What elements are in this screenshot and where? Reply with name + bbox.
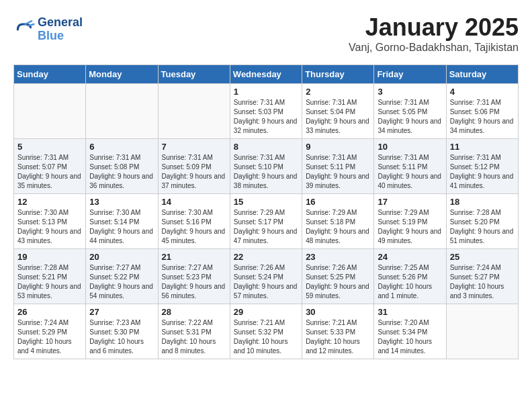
day-info: Sunrise: 7:31 AM Sunset: 5:11 PM Dayligh… xyxy=(378,153,442,191)
day-info: Sunrise: 7:21 AM Sunset: 5:33 PM Dayligh… xyxy=(306,318,370,356)
calendar-cell: 28Sunrise: 7:22 AM Sunset: 5:31 PM Dayli… xyxy=(158,304,230,359)
day-info: Sunrise: 7:22 AM Sunset: 5:31 PM Dayligh… xyxy=(162,318,226,356)
calendar-cell: 30Sunrise: 7:21 AM Sunset: 5:33 PM Dayli… xyxy=(302,304,374,359)
svg-rect-0 xyxy=(13,19,35,40)
logo-icon xyxy=(13,19,35,40)
day-number: 13 xyxy=(89,197,154,207)
day-number: 15 xyxy=(234,197,298,207)
calendar-cell: 21Sunrise: 7:27 AM Sunset: 5:23 PM Dayli… xyxy=(158,249,230,304)
day-number: 7 xyxy=(162,142,226,152)
day-info: Sunrise: 7:31 AM Sunset: 5:11 PM Dayligh… xyxy=(306,153,370,191)
day-info: Sunrise: 7:31 AM Sunset: 5:04 PM Dayligh… xyxy=(306,98,370,136)
day-info: Sunrise: 7:23 AM Sunset: 5:30 PM Dayligh… xyxy=(89,318,154,356)
day-number: 11 xyxy=(450,142,515,152)
day-info: Sunrise: 7:24 AM Sunset: 5:27 PM Dayligh… xyxy=(450,263,515,301)
calendar-subtitle: Vanj, Gorno-Badakhshan, Tajikistan xyxy=(13,42,519,54)
day-info: Sunrise: 7:31 AM Sunset: 5:12 PM Dayligh… xyxy=(450,153,515,191)
calendar-cell: 14Sunrise: 7:30 AM Sunset: 5:16 PM Dayli… xyxy=(158,194,230,249)
page-header: General Blue January 2025 Vanj, Gorno-Ba… xyxy=(13,13,519,59)
calendar-cell: 26Sunrise: 7:24 AM Sunset: 5:29 PM Dayli… xyxy=(14,304,86,359)
day-number: 9 xyxy=(306,142,370,152)
week-row-2: 5Sunrise: 7:31 AM Sunset: 5:07 PM Daylig… xyxy=(14,139,519,194)
calendar-cell: 13Sunrise: 7:30 AM Sunset: 5:14 PM Dayli… xyxy=(86,194,158,249)
calendar-cell: 22Sunrise: 7:26 AM Sunset: 5:24 PM Dayli… xyxy=(230,249,302,304)
weekday-header-row: SundayMondayTuesdayWednesdayThursdayFrid… xyxy=(14,65,519,84)
calendar-cell: 11Sunrise: 7:31 AM Sunset: 5:12 PM Dayli… xyxy=(446,139,518,194)
calendar-cell: 9Sunrise: 7:31 AM Sunset: 5:11 PM Daylig… xyxy=(302,139,374,194)
day-info: Sunrise: 7:26 AM Sunset: 5:24 PM Dayligh… xyxy=(234,263,298,301)
day-info: Sunrise: 7:31 AM Sunset: 5:10 PM Dayligh… xyxy=(234,153,298,191)
day-info: Sunrise: 7:31 AM Sunset: 5:03 PM Dayligh… xyxy=(234,98,298,136)
calendar-cell: 25Sunrise: 7:24 AM Sunset: 5:27 PM Dayli… xyxy=(446,249,518,304)
weekday-header-thursday: Thursday xyxy=(302,65,374,84)
day-number: 14 xyxy=(162,197,226,207)
calendar-table: SundayMondayTuesdayWednesdayThursdayFrid… xyxy=(13,64,519,359)
week-row-1: 1Sunrise: 7:31 AM Sunset: 5:03 PM Daylig… xyxy=(14,84,519,139)
day-info: Sunrise: 7:21 AM Sunset: 5:32 PM Dayligh… xyxy=(234,318,298,356)
day-info: Sunrise: 7:26 AM Sunset: 5:25 PM Dayligh… xyxy=(306,263,370,301)
day-number: 18 xyxy=(450,197,515,207)
day-info: Sunrise: 7:28 AM Sunset: 5:21 PM Dayligh… xyxy=(17,263,82,301)
day-info: Sunrise: 7:31 AM Sunset: 5:07 PM Dayligh… xyxy=(17,153,82,191)
calendar-title: January 2025 xyxy=(13,13,519,42)
day-number: 21 xyxy=(162,252,226,262)
day-number: 20 xyxy=(89,252,154,262)
calendar-cell: 23Sunrise: 7:26 AM Sunset: 5:25 PM Dayli… xyxy=(302,249,374,304)
calendar-cell: 12Sunrise: 7:30 AM Sunset: 5:13 PM Dayli… xyxy=(14,194,86,249)
weekday-header-saturday: Saturday xyxy=(446,65,518,84)
day-info: Sunrise: 7:31 AM Sunset: 5:05 PM Dayligh… xyxy=(378,98,442,136)
calendar-cell: 8Sunrise: 7:31 AM Sunset: 5:10 PM Daylig… xyxy=(230,139,302,194)
calendar-cell: 6Sunrise: 7:31 AM Sunset: 5:08 PM Daylig… xyxy=(86,139,158,194)
day-number: 29 xyxy=(234,307,298,317)
calendar-cell: 18Sunrise: 7:28 AM Sunset: 5:20 PM Dayli… xyxy=(446,194,518,249)
calendar-cell xyxy=(86,84,158,139)
day-number: 28 xyxy=(162,307,226,317)
day-number: 16 xyxy=(306,197,370,207)
day-number: 26 xyxy=(17,307,82,317)
week-row-5: 26Sunrise: 7:24 AM Sunset: 5:29 PM Dayli… xyxy=(14,304,519,359)
day-number: 22 xyxy=(234,252,298,262)
day-info: Sunrise: 7:31 AM Sunset: 5:08 PM Dayligh… xyxy=(89,153,154,191)
day-info: Sunrise: 7:20 AM Sunset: 5:34 PM Dayligh… xyxy=(378,318,442,356)
calendar-cell xyxy=(158,84,230,139)
day-info: Sunrise: 7:28 AM Sunset: 5:20 PM Dayligh… xyxy=(450,208,515,246)
day-number: 10 xyxy=(378,142,442,152)
day-number: 23 xyxy=(306,252,370,262)
calendar-cell: 1Sunrise: 7:31 AM Sunset: 5:03 PM Daylig… xyxy=(230,84,302,139)
calendar-cell: 17Sunrise: 7:29 AM Sunset: 5:19 PM Dayli… xyxy=(374,194,446,249)
calendar-cell: 2Sunrise: 7:31 AM Sunset: 5:04 PM Daylig… xyxy=(302,84,374,139)
day-number: 17 xyxy=(378,197,442,207)
day-number: 1 xyxy=(234,87,298,97)
day-number: 8 xyxy=(234,142,298,152)
calendar-cell: 29Sunrise: 7:21 AM Sunset: 5:32 PM Dayli… xyxy=(230,304,302,359)
day-number: 3 xyxy=(378,87,442,97)
calendar-header: January 2025 Vanj, Gorno-Badakhshan, Taj… xyxy=(13,13,519,54)
calendar-cell xyxy=(446,304,518,359)
logo: General Blue xyxy=(13,16,83,43)
weekday-header-friday: Friday xyxy=(374,65,446,84)
day-info: Sunrise: 7:31 AM Sunset: 5:06 PM Dayligh… xyxy=(450,98,515,136)
day-number: 5 xyxy=(17,142,82,152)
calendar-cell xyxy=(14,84,86,139)
calendar-cell: 20Sunrise: 7:27 AM Sunset: 5:22 PM Dayli… xyxy=(86,249,158,304)
day-number: 30 xyxy=(306,307,370,317)
calendar-cell: 19Sunrise: 7:28 AM Sunset: 5:21 PM Dayli… xyxy=(14,249,86,304)
weekday-header-sunday: Sunday xyxy=(14,65,86,84)
week-row-3: 12Sunrise: 7:30 AM Sunset: 5:13 PM Dayli… xyxy=(14,194,519,249)
day-info: Sunrise: 7:25 AM Sunset: 5:26 PM Dayligh… xyxy=(378,263,442,301)
calendar-cell: 4Sunrise: 7:31 AM Sunset: 5:06 PM Daylig… xyxy=(446,84,518,139)
calendar-cell: 15Sunrise: 7:29 AM Sunset: 5:17 PM Dayli… xyxy=(230,194,302,249)
logo-text: General Blue xyxy=(38,16,83,43)
day-info: Sunrise: 7:29 AM Sunset: 5:19 PM Dayligh… xyxy=(378,208,442,246)
day-info: Sunrise: 7:29 AM Sunset: 5:17 PM Dayligh… xyxy=(234,208,298,246)
calendar-cell: 16Sunrise: 7:29 AM Sunset: 5:18 PM Dayli… xyxy=(302,194,374,249)
day-number: 31 xyxy=(378,307,442,317)
day-info: Sunrise: 7:27 AM Sunset: 5:23 PM Dayligh… xyxy=(162,263,226,301)
day-info: Sunrise: 7:30 AM Sunset: 5:16 PM Dayligh… xyxy=(162,208,226,246)
day-number: 4 xyxy=(450,87,515,97)
calendar-cell: 5Sunrise: 7:31 AM Sunset: 5:07 PM Daylig… xyxy=(14,139,86,194)
day-info: Sunrise: 7:27 AM Sunset: 5:22 PM Dayligh… xyxy=(89,263,154,301)
day-number: 25 xyxy=(450,252,515,262)
day-info: Sunrise: 7:30 AM Sunset: 5:14 PM Dayligh… xyxy=(89,208,154,246)
day-number: 12 xyxy=(17,197,82,207)
